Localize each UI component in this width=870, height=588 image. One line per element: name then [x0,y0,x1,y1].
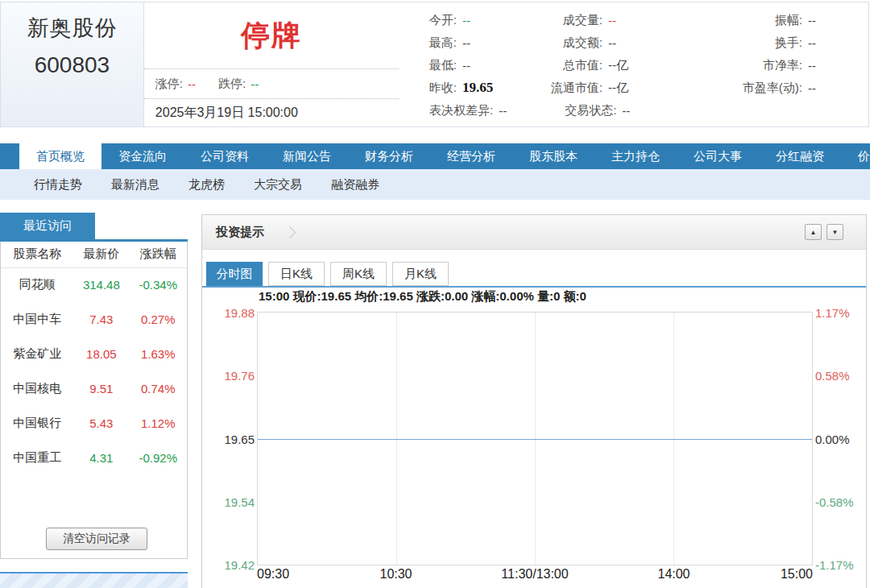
nav-item-9[interactable]: 公司大事 [677,143,759,169]
x-tick: 14:00 [657,567,690,582]
nav-item-11[interactable]: 价值分析 [841,143,870,169]
stat-label: 振幅: [707,13,802,28]
recent-visits-table: 股票名称最新价涨跌幅 同花顺314.48-0.34%中国中车7.430.27%紫… [1,242,187,475]
stock-name: 新奥股份 [27,14,117,43]
chevron-right-icon [284,226,296,238]
visits-row[interactable]: 中国核电9.510.74% [1,371,187,406]
stats-row: 最低:--总市值:--亿市净率:-- [407,54,868,77]
stock-identity: 新奥股份 600803 [1,2,144,126]
x-axis: 09:3010:3011:30/13:0014:0015:00 [257,567,813,585]
visits-header-row: 股票名称最新价涨跌幅 [1,242,187,267]
recent-visits-panel: 最近访问 股票名称最新价涨跌幅 同花顺314.48-0.34%中国中车7.430… [0,213,188,559]
visits-change: 1.63% [129,337,187,371]
visits-price: 5.43 [73,406,129,441]
stat-cell: 总市值:--亿 [526,58,707,73]
visits-row[interactable]: 紫金矿业18.051.63% [1,337,187,371]
nav-item-5[interactable]: 财务分析 [348,143,430,169]
chart-tab-月K线[interactable]: 月K线 [392,262,449,286]
x-tick: 10:30 [379,567,412,582]
stat-cell: 振幅:-- [707,13,868,28]
visits-column-header: 股票名称 [1,242,73,267]
sub-nav: 行情走势最新消息龙虎榜大宗交易融资融券 [0,169,870,200]
visits-price: 18.05 [73,337,129,371]
visits-row[interactable]: 中国重工4.31-0.92% [1,441,187,475]
y-right-tick: 1.17% [815,306,850,320]
chart-info-line: 15:00 现价:19.65 均价:19.65 涨跌:0.00 涨幅:0.00%… [259,289,586,304]
stat-label: 市净率: [707,58,802,73]
visits-stock-name[interactable]: 中国核电 [1,371,73,406]
stat-cell: 成交额:-- [526,35,707,51]
stats-row: 表决权差异:--交易状态:-- [407,99,868,122]
stat-label: 昨收: [407,81,457,96]
limit-up-value: -- [188,77,196,91]
stat-value: -- [608,36,616,50]
visits-stock-name[interactable]: 中国中车 [1,302,73,337]
y-left-tick: 19.42 [224,558,255,572]
nav-item-2[interactable]: 资金流向 [102,143,184,169]
visits-row[interactable]: 同花顺314.48-0.34% [1,267,187,302]
stat-value: -- [462,14,470,27]
chart-tab-分时图[interactable]: 分时图 [206,262,263,286]
panel-title: 投资提示 [202,225,264,240]
main-nav: 首页概览资金流向公司资料新闻公告财务分析经营分析股东股本主力持仓公司大事分红融资… [0,143,870,169]
nav-item-4[interactable]: 新闻公告 [266,143,348,169]
subnav-item-2[interactable]: 最新消息 [97,177,174,193]
stat-value: 19.65 [462,80,493,96]
x-tick: 09:30 [257,567,289,582]
subnav-item-5[interactable]: 融资融券 [317,177,394,193]
stat-value: -- [499,104,507,118]
stat-value: -- [808,81,816,95]
recent-visits-tab[interactable]: 最近访问 [0,213,95,239]
visits-row[interactable]: 中国银行5.431.12% [1,406,187,441]
subnav-item-3[interactable]: 龙虎榜 [174,177,239,193]
nav-item-7[interactable]: 股东股本 [512,143,594,169]
collapse-up-button[interactable]: ▲ [805,224,822,240]
triangle-down-icon: ▼ [832,229,839,236]
nav-item-1[interactable]: 首页概览 [19,143,102,169]
visits-stock-name[interactable]: 同花顺 [1,267,73,302]
trading-status-badge: 停牌 [144,2,399,69]
limit-up-label: 涨停: [155,77,183,92]
nav-item-6[interactable]: 经营分析 [430,143,512,169]
visits-stock-name[interactable]: 紫金矿业 [1,337,73,371]
chart-tabs-rule [202,286,866,288]
subnav-item-1[interactable]: 行情走势 [19,177,97,193]
visits-change: 1.12% [129,406,187,441]
stat-value: -- [622,104,630,118]
stat-cell: 换手:-- [707,35,868,51]
stat-cell: 今开:-- [407,13,526,28]
stat-cell: 最低:-- [407,58,526,73]
visits-row[interactable]: 中国中车7.430.27% [1,302,187,337]
chart-tab-周K线[interactable]: 周K线 [330,262,387,286]
visits-column-header: 涨跌幅 [129,242,187,267]
visits-price: 4.31 [73,441,129,475]
investment-tips-panel: 投资提示 ▲ ▼ 分时图日K线周K线月K线 15:00 现价:19.65 均价:… [201,214,867,588]
recent-visits-body: 股票名称最新价涨跌幅 同花顺314.48-0.34%中国中车7.430.27%紫… [0,242,188,559]
y-left-tick: 19.65 [224,432,255,445]
stat-label: 交易状态: [565,103,616,118]
stat-cell: 昨收:19.65 [407,80,526,96]
visits-stock-name[interactable]: 中国重工 [1,441,73,475]
stat-label: 成交额: [526,35,603,51]
y-right-tick: 0.58% [815,369,850,383]
visits-price: 314.48 [73,267,129,302]
x-tick: 11:30/13:00 [501,567,568,582]
subnav-item-4[interactable]: 大宗交易 [239,177,317,193]
stock-code: 600803 [35,52,110,78]
visits-change: 0.74% [129,371,187,406]
clear-history-button[interactable]: 清空访问记录 [46,528,147,550]
y-right-tick: -0.58% [815,495,854,508]
visits-stock-name[interactable]: 中国银行 [1,406,73,441]
visits-column-header: 最新价 [73,242,129,267]
y-left-tick: 19.54 [224,495,255,508]
stat-cell: 表决权差异:-- [429,103,507,118]
collapse-down-button[interactable]: ▼ [826,224,843,240]
chart-tab-日K线[interactable]: 日K线 [268,262,325,286]
nav-item-10[interactable]: 分红融资 [759,143,841,169]
nav-item-8[interactable]: 主力持仓 [594,143,677,169]
stat-label: 总市值: [526,58,603,73]
intraday-chart-plot[interactable]: 19.8819.7619.6519.5419.42 1.17%0.58%0.00… [257,312,813,565]
stats-row: 最高:--成交额:--换手:-- [407,31,868,54]
stats-row: 今开:--成交量:--振幅:-- [407,9,868,31]
nav-item-3[interactable]: 公司资料 [184,143,266,169]
